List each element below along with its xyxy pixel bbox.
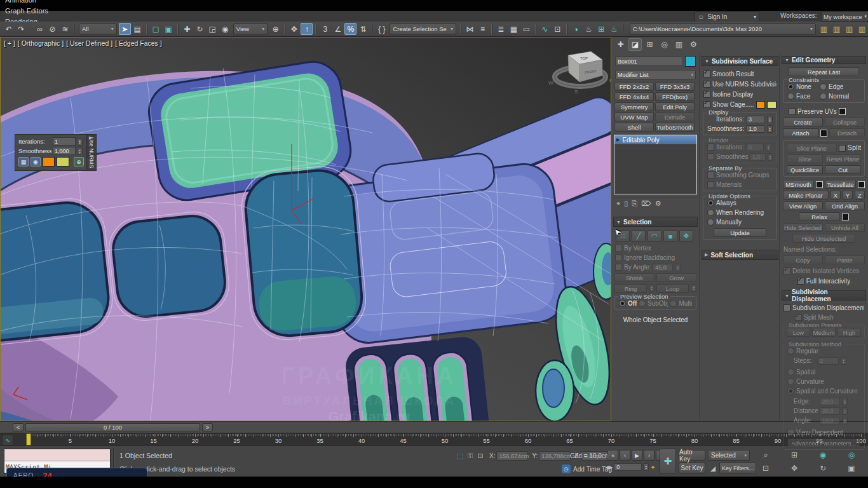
modifier-button[interactable]: Edit Poly: [655, 102, 695, 111]
previous-frame-arrow[interactable]: <: [13, 423, 24, 431]
rollout-arrow-icon[interactable]: ▼: [616, 220, 621, 224]
display-iterations-spinner[interactable]: [767, 116, 773, 123]
regular-radio[interactable]: [787, 348, 794, 355]
y-coordinate-field[interactable]: 126,708cm: [539, 451, 571, 461]
slice-plane-button[interactable]: Slice Plane: [787, 144, 837, 152]
curvature-radio[interactable]: [787, 378, 794, 385]
reference-coordinate-dropdown[interactable]: View▾: [233, 24, 268, 35]
constraint-none-radio[interactable]: [787, 83, 794, 90]
toolbar-icon[interactable]: [491, 24, 492, 34]
modifier-list-dropdown[interactable]: Modifier List▾: [615, 70, 696, 79]
modifier-button[interactable]: Extrude: [655, 112, 695, 121]
edge-spinner[interactable]: [842, 398, 848, 405]
current-frame-marker[interactable]: [26, 433, 31, 445]
set-keys-button[interactable]: ✚: [660, 449, 676, 474]
update-button[interactable]: Update: [714, 228, 766, 237]
render-setup-icon[interactable]: ♨: [583, 23, 595, 35]
preset-medium-button[interactable]: Medium: [812, 328, 836, 337]
modifier-button[interactable]: TurboSmooth: [655, 123, 695, 132]
by-vertex-checkbox[interactable]: [615, 245, 622, 252]
make-planar-z-button[interactable]: Z: [855, 191, 865, 200]
caddy-selection-color-swatch[interactable]: [57, 157, 69, 166]
rendered-frame-window-icon[interactable]: ⊞: [595, 23, 607, 35]
configure-modifier-sets-icon[interactable]: ⚙: [655, 200, 661, 208]
repeat-last-button[interactable]: Repeat Last: [789, 67, 859, 76]
view-align-button[interactable]: View Align: [783, 201, 823, 210]
subdivision-displacement-checkbox[interactable]: [783, 304, 790, 311]
zoom-icon[interactable]: ⌕: [760, 450, 771, 460]
soft-selection-rollout-header[interactable]: Soft Selection: [710, 252, 753, 259]
window-crossing-icon[interactable]: ▣: [163, 23, 175, 35]
recent-file-icon-4[interactable]: ▥: [856, 23, 868, 35]
select-and-move-icon[interactable]: ✚: [181, 23, 193, 35]
rollout-arrow-icon[interactable]: ▶: [705, 252, 708, 257]
toolbar-icon[interactable]: [30, 24, 31, 34]
viewport-label-segment[interactable]: [ + ]: [4, 39, 15, 47]
render-iterations-checkbox[interactable]: [707, 144, 714, 151]
preset-high-button[interactable]: High: [837, 328, 861, 337]
attach-settings-icon[interactable]: [820, 130, 827, 137]
viewport-canvas[interactable]: ГРАФИКАНА ВИРТУАЛЬНАЯ ШКОЛА Grafikana.ru…: [1, 37, 611, 421]
make-planar-x-button[interactable]: X: [831, 191, 841, 200]
expand-arrow-icon[interactable]: ▶: [616, 137, 620, 142]
cut-button[interactable]: Cut: [825, 165, 861, 174]
preview-off-radio[interactable]: [619, 300, 626, 307]
align-icon[interactable]: ≡: [477, 23, 489, 35]
maximize-viewport-icon[interactable]: ▣: [846, 463, 857, 473]
auto-key-button[interactable]: Auto Key: [679, 450, 705, 461]
modifier-button[interactable]: UVW Map: [614, 112, 654, 121]
loop-button[interactable]: Loop: [656, 284, 689, 293]
select-and-place-icon[interactable]: ◉: [219, 23, 231, 35]
edge-field[interactable]: 20,0: [820, 398, 840, 405]
copy-button[interactable]: Copy: [783, 255, 823, 264]
time-slider-track[interactable]: < 0 / 100 >: [0, 421, 868, 433]
modifier-button[interactable]: FFD 3x3x3: [655, 82, 695, 91]
preserve-uvs-checkbox[interactable]: [789, 108, 796, 115]
split-checkbox[interactable]: [839, 145, 846, 152]
spatial-and-curvature-radio[interactable]: [787, 388, 794, 395]
ignore-backfacing-checkbox[interactable]: [615, 254, 622, 261]
zoom-extents-all-icon[interactable]: ◎: [846, 450, 857, 460]
spatial-radio[interactable]: [787, 369, 794, 376]
attach-button[interactable]: Attach: [783, 128, 818, 137]
ring-spinner[interactable]: [649, 284, 654, 292]
display-smoothness-field[interactable]: 1,0: [746, 125, 765, 133]
subdivision-displacement-rollout-header[interactable]: Subdivision Displacemen: [792, 288, 863, 302]
select-object-icon[interactable]: ➤: [119, 23, 131, 35]
subdivision-surface-rollout-header[interactable]: Subdivision Surface: [712, 58, 773, 65]
schematic-view-icon[interactable]: ⊡: [552, 23, 564, 35]
make-unique-icon[interactable]: ⎘: [632, 200, 637, 208]
tab-create-icon[interactable]: ✚: [614, 38, 627, 51]
pin-stack-icon[interactable]: ⌖: [616, 200, 620, 208]
toolbar-icon[interactable]: [315, 24, 316, 34]
make-planar-button[interactable]: Make Planar: [783, 191, 829, 200]
render-iterations-field[interactable]: 0: [746, 144, 764, 151]
zoom-all-icon[interactable]: ⊞: [789, 450, 800, 460]
caddy-ok-icon[interactable]: ⊕: [74, 157, 84, 166]
rollout-arrow-icon[interactable]: ▼: [785, 294, 789, 298]
grid-align-button[interactable]: Grid Align: [825, 201, 865, 210]
material-editor-icon[interactable]: ◑: [570, 23, 582, 35]
current-frame-field[interactable]: 0: [614, 463, 642, 471]
select-and-rotate-icon[interactable]: ↻: [194, 23, 206, 35]
preserve-uvs-settings-icon[interactable]: [839, 108, 846, 115]
play-button[interactable]: ▶: [632, 450, 642, 461]
caddy-title-strip[interactable]: Use NURMS▶: [87, 134, 97, 171]
redo-icon[interactable]: ↷: [15, 23, 27, 35]
cage-selected-color-swatch[interactable]: [767, 101, 776, 109]
update-manually-radio[interactable]: [707, 219, 714, 226]
go-to-start-button[interactable]: «: [607, 450, 618, 461]
toolbar-icon[interactable]: [623, 24, 624, 34]
modifier-button[interactable]: FFD(box): [655, 92, 695, 101]
caddy-cage-color-swatch[interactable]: [43, 157, 55, 166]
frame-spinner[interactable]: [643, 463, 649, 471]
open-mini-curve-editor-icon[interactable]: ∿: [2, 435, 13, 445]
toolbar-icon[interactable]: [566, 24, 567, 34]
caddy-iterations-field[interactable]: 1: [53, 137, 76, 146]
remove-modifier-icon[interactable]: ⌦: [641, 200, 651, 208]
steps-spinner[interactable]: [841, 357, 846, 365]
reset-plane-button[interactable]: Reset Plane: [825, 154, 861, 163]
display-smoothness-spinner[interactable]: [767, 125, 773, 133]
toolbar-icon[interactable]: [146, 24, 147, 34]
track-bar[interactable]: ∿ 05101520253035404550556065707580859095…: [0, 433, 868, 445]
